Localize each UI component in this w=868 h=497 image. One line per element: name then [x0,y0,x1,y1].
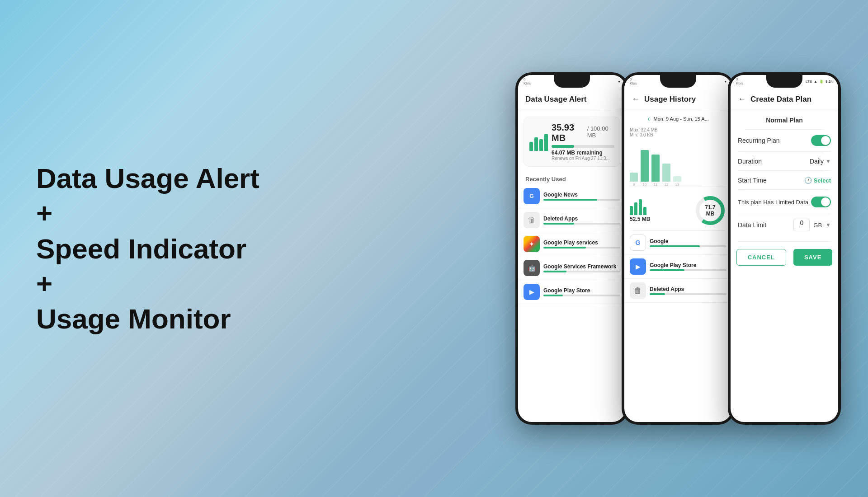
list-item: 🗑 Deleted Apps [624,279,732,303]
app-icon-deleted: 🗑 [524,212,540,228]
donut-value: 71.7 [705,204,715,211]
unit-dropdown-icon[interactable]: ▼ [826,222,831,228]
app-bar-row [543,295,620,296]
save-button[interactable]: SAVE [793,249,832,266]
dropdown-arrow-icon[interactable]: ▼ [826,158,831,164]
app-mini-fill [543,271,566,272]
duration-row: Duration Daily ▼ [738,152,831,171]
phone1: 0Kb/s ● Data Usage Alert [515,72,628,425]
h-bar [630,173,638,182]
usage-text-block: 35.93 MB / 100.00 MB 64.07 MB remaining … [552,122,614,161]
stat-max: Max: 32.4 MB [630,127,726,132]
chart-col: 12 [662,164,670,187]
lte-icon: LTE [806,80,812,84]
app-name: Google News [543,192,620,198]
status-icons: ● [618,80,620,84]
battery-icon: 🔋 [819,80,824,84]
start-time-select[interactable]: Select [814,177,831,184]
usage-chart-bars [529,133,548,151]
plan-type-label: Normal Plan [738,117,831,124]
app-bar-row [650,293,726,295]
list-item: G Google [624,231,732,255]
app-info-gstore: Google Play Store [543,287,620,296]
limited-data-toggle[interactable] [811,197,831,207]
usage-total: / 100.00 MB [587,125,614,139]
phone3-title: Create Data Plan [750,95,811,104]
app-mini-fill [650,269,684,271]
stat-min: Min: 0.0 KB [630,132,726,137]
phone1-header: Data Usage Alert [518,88,626,111]
bar-label: 10 [643,183,647,187]
clock-icon: 🕐 [804,177,812,184]
app-bar-row [650,269,726,271]
list-item: 🤖 Google Services Framework [518,256,626,280]
back-arrow3[interactable]: ← [738,94,746,104]
left-date-arrow[interactable]: ‹ [647,115,650,123]
app-info-gsf: Google Services Framework [543,263,620,272]
app-mini-bar [650,245,726,247]
app-icon-gsf: 🤖 [524,260,540,276]
duration-label: Duration [738,158,762,165]
app-mini-bar [650,269,726,271]
usage-current: 35.93 MB [552,122,585,143]
s-bar [634,202,637,215]
app-icon-deleted2: 🗑 [630,282,646,299]
list-item: 🗑 Deleted Apps [518,208,626,232]
usage-numbers: 35.93 MB / 100.00 MB [552,122,614,143]
phone3-notch [766,75,802,88]
phone2-notch [660,75,696,88]
summary-mini-bars [630,199,650,215]
usage-card: 35.93 MB / 100.00 MB 64.07 MB remaining … [524,117,620,167]
usage-progress-fill [552,145,574,148]
list-item: G Google News [518,184,626,208]
status-speed: 0Kb/s [524,77,531,85]
chart-col: 10 [641,150,649,187]
duration-right: Daily ▼ [810,158,831,165]
summary-row: 52.5 MB 71.7 MB [624,191,732,230]
app-mini-bar [543,247,620,248]
app-mini-bar [650,293,726,295]
action-buttons: CANCEL SAVE [731,249,838,266]
data-limit-input[interactable]: 0 [793,219,810,231]
start-time-right: 🕐 Select [804,177,831,184]
usage-progress-bar [552,145,614,148]
status-speed2: 0Kb/s [630,77,637,85]
list-item: ✦ Google Play services [518,232,626,256]
app-icon-gstore2: ▶ [630,258,646,275]
s-bar [630,206,633,215]
back-arrow[interactable]: ← [632,94,640,104]
app-info: Google [650,238,726,247]
recurring-toggle[interactable] [811,135,831,146]
phone1-screen: 0Kb/s ● Data Usage Alert [518,75,626,422]
start-time-row: Start Time 🕐 Select [738,171,831,190]
app-icon-gplay: ✦ [524,236,540,252]
app-mini-fill [650,293,665,295]
cancel-button[interactable]: CANCEL [736,249,786,266]
bar2 [534,137,538,151]
recurring-plan-row: Recurring Plan [738,130,831,152]
status-icons2: ● [724,80,726,84]
bar-label: 11 [654,183,658,187]
app-list: G Google News 🗑 Deleted Apps [518,184,626,304]
app-bar-row [543,271,620,272]
app-bar-row [650,245,726,247]
bar1 [529,142,533,151]
unit-select: GB [813,222,822,229]
app-name: Google Services Framework [543,263,620,270]
history-app-list: G Google ▶ Google Play Store [624,231,732,303]
app-bar-row [543,247,620,248]
status-time: 9:24 [826,80,833,84]
data-limit-row: Data Limit 0 GB ▼ [738,214,831,236]
bar-label: 13 [675,183,679,187]
phone2-header: ← Usage History [624,88,732,111]
date-range: Mon, 9 Aug - Sun, 15 A... [654,116,709,122]
app-mini-bar [543,223,620,225]
app-icon-google: G [630,234,646,251]
donut-unit: MB [706,211,715,217]
limit-value: 0 [800,219,803,226]
app-mini-fill [543,199,597,201]
action-divider [738,241,831,242]
s-bar [639,199,642,215]
app-icon-gnews: G [524,188,540,204]
plus2: + [36,267,259,300]
